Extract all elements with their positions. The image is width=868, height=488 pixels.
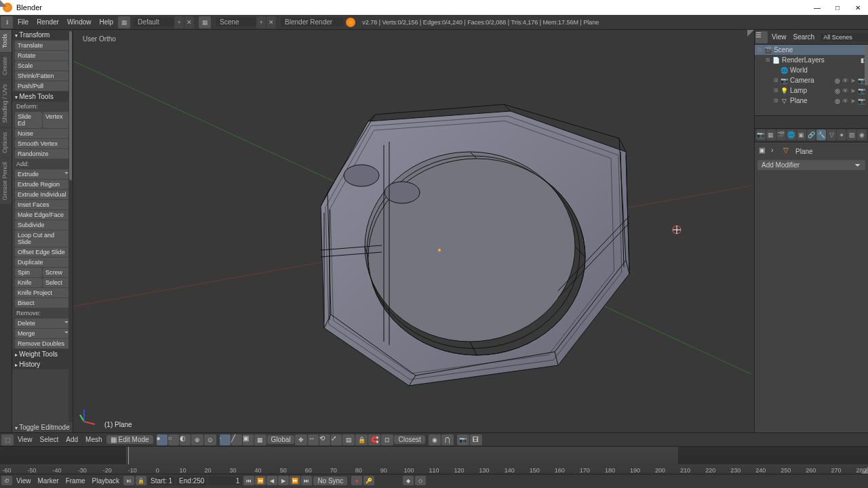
face-select-mode[interactable]: ▣: [243, 434, 254, 445]
inset-faces-button[interactable]: Inset Faces: [15, 200, 70, 209]
layout-add-button[interactable]: +: [174, 16, 184, 28]
expand-icon[interactable]: ⊞: [764, 57, 771, 63]
outliner[interactable]: ⊟ 🎬 Scene ⊞ 📄 RenderLayers ◧ 🌐 World ⊞ 📷…: [755, 45, 868, 115]
extrude-individual-button[interactable]: Extrude Individual: [15, 190, 70, 199]
use-preview-range-toggle[interactable]: ⏯: [123, 476, 134, 485]
view-menu[interactable]: View: [14, 436, 36, 443]
menu-render[interactable]: Render: [33, 18, 63, 26]
viewport-shading-wire[interactable]: ○: [168, 434, 179, 445]
restrict-select-icon[interactable]: ➤: [850, 98, 856, 104]
properties-scrollbar[interactable]: [865, 142, 868, 432]
snap-target-dropdown[interactable]: Closest: [394, 435, 425, 444]
translate-button[interactable]: Translate: [15, 41, 70, 50]
timeline-cursor[interactable]: [128, 447, 129, 464]
select-menu[interactable]: Select: [37, 436, 62, 443]
current-frame-input[interactable]: 1: [208, 476, 242, 485]
mesh-tools-header[interactable]: Mesh Tools: [12, 92, 73, 102]
tab-render-layers-icon[interactable]: ▦: [766, 129, 776, 140]
tab-material-icon[interactable]: ●: [837, 129, 846, 140]
outliner-view-menu[interactable]: View: [768, 33, 790, 41]
menu-window[interactable]: Window: [63, 18, 96, 26]
minimize-button[interactable]: —: [807, 0, 827, 15]
delete-button[interactable]: Delete: [15, 319, 70, 328]
rotate-button[interactable]: Rotate: [15, 51, 70, 60]
bisect-button[interactable]: Bisect: [15, 298, 70, 308]
outliner-row[interactable]: ⊞ 📄 RenderLayers ◧: [755, 55, 868, 65]
randomize-button[interactable]: Randomize: [15, 149, 70, 159]
outliner-row[interactable]: ⊞ 💡 Lamp ◎ 👁➤📷: [755, 85, 868, 96]
timeline-editor-icon[interactable]: ⏱: [1, 476, 12, 485]
tab-object-icon[interactable]: ▣: [797, 129, 806, 140]
duplicate-button[interactable]: Duplicate: [15, 258, 70, 267]
3d-viewport[interactable]: User Ortho: [73, 30, 754, 432]
subdivide-button[interactable]: Subdivide: [15, 220, 70, 230]
outliner-row[interactable]: ⊞ 📷 Camera ◎ 👁➤📷: [755, 75, 868, 85]
lock-time-toggle[interactable]: 🔒: [136, 476, 146, 485]
sync-mode-dropdown[interactable]: No Sync: [313, 476, 347, 485]
extrude-region-button[interactable]: Extrude Region: [15, 180, 70, 189]
restrict-select-icon[interactable]: ➤: [850, 87, 856, 94]
scene-add-button[interactable]: +: [256, 16, 266, 28]
remove-doubles-button[interactable]: Remove Doubles: [15, 339, 70, 348]
add-modifier-dropdown[interactable]: Add Modifier⏷: [757, 160, 865, 170]
screw-button[interactable]: Screw: [43, 268, 70, 277]
tab-grease-pencil[interactable]: Grease Pencil: [0, 158, 12, 205]
proportional-falloff-dropdown[interactable]: ⋂: [441, 434, 454, 445]
manipulator-toggle[interactable]: ✥: [295, 434, 307, 445]
keying-set-dropdown[interactable]: 🔑: [363, 476, 374, 485]
keyframe-prev-button[interactable]: ⏪: [255, 476, 266, 485]
timeline[interactable]: -60-50-40-30-20-100102030405060708090100…: [0, 447, 868, 474]
timeline-frame-menu[interactable]: Frame: [63, 477, 88, 485]
layout-delete-button[interactable]: ✕: [184, 16, 194, 28]
tab-tools[interactable]: Tools: [0, 30, 12, 52]
expand-icon[interactable]: ⊞: [772, 98, 779, 104]
timeline-marker-menu[interactable]: Marker: [35, 477, 62, 485]
restrict-view-icon[interactable]: 👁: [842, 98, 848, 104]
add-menu[interactable]: Add: [62, 436, 81, 443]
pivot-point-dropdown[interactable]: ⊕: [191, 434, 203, 445]
area-split-handle[interactable]: [0, 0, 7, 7]
limit-selection-toggle[interactable]: ▦: [254, 434, 267, 445]
maximize-button[interactable]: □: [827, 0, 848, 15]
tab-physics-icon[interactable]: ◉: [857, 129, 867, 140]
close-button[interactable]: ✕: [848, 0, 868, 15]
opengl-render-image[interactable]: 📷: [457, 434, 469, 445]
tab-world-icon[interactable]: 🌐: [787, 129, 796, 140]
editor-type-icon[interactable]: ℹ: [1, 16, 13, 28]
play-button[interactable]: ▶: [278, 476, 289, 485]
slide-edge-button[interactable]: Slide Ed: [15, 112, 42, 128]
knife-select-button[interactable]: Select: [43, 278, 70, 287]
opengl-render-animation[interactable]: 🎞: [470, 434, 482, 445]
push-pull-button[interactable]: Push/Pull: [15, 81, 70, 91]
expand-icon[interactable]: ⊞: [772, 87, 779, 94]
play-reverse-button[interactable]: ◀: [267, 476, 277, 485]
knife-project-button[interactable]: Knife Project: [15, 288, 70, 298]
delete-keyframe-button[interactable]: ◇: [415, 476, 426, 485]
expand-icon[interactable]: ⊞: [772, 77, 779, 83]
scene-browse-icon[interactable]: ▦: [199, 16, 211, 28]
noise-button[interactable]: Noise: [15, 129, 70, 138]
insert-keyframe-button[interactable]: ◆: [403, 476, 414, 485]
jump-start-button[interactable]: ⏮: [243, 476, 254, 485]
manipulator-translate[interactable]: ↔: [308, 434, 319, 445]
outliner-row[interactable]: ⊞ ▽ Plane ◎ 👁➤📷: [755, 96, 868, 106]
outliner-row[interactable]: 🌐 World: [755, 65, 868, 75]
scene-dropdown[interactable]: Scene: [216, 18, 256, 26]
auto-keyframe-toggle[interactable]: ●: [351, 476, 362, 485]
tab-shading-uvs[interactable]: Shading / UVs: [0, 80, 12, 127]
tab-modifiers-icon[interactable]: 🔧: [816, 129, 826, 140]
tab-create[interactable]: Create: [0, 53, 12, 79]
smooth-vertex-button[interactable]: Smooth Vertex: [15, 139, 70, 148]
merge-button[interactable]: Merge: [15, 329, 70, 338]
make-edge-face-button[interactable]: Make Edge/Face: [15, 210, 70, 220]
transform-header[interactable]: Transform: [12, 30, 73, 40]
tab-constraints-icon[interactable]: 🔗: [807, 129, 816, 140]
restrict-select-icon[interactable]: ➤: [850, 77, 856, 84]
outliner-row[interactable]: ⊟ 🎬 Scene: [755, 45, 868, 55]
menu-file[interactable]: File: [14, 18, 33, 26]
expand-icon[interactable]: ⊟: [756, 47, 763, 53]
layout-browse-icon[interactable]: ▦: [118, 16, 130, 28]
manipulator-scale[interactable]: ⤢: [331, 434, 342, 445]
outliner-display-mode[interactable]: All Scenes: [821, 33, 868, 41]
history-header[interactable]: History: [12, 359, 73, 369]
